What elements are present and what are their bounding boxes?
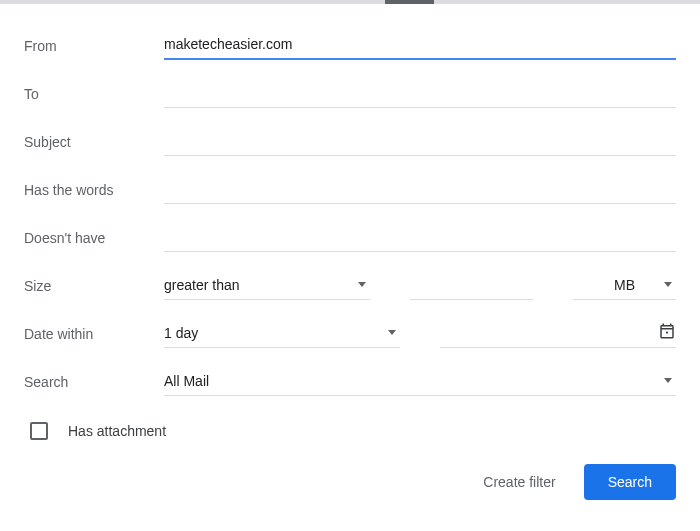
- size-amount-input[interactable]: [410, 273, 533, 300]
- has-attachment-label: Has attachment: [68, 423, 166, 439]
- date-within-select[interactable]: 1 day: [164, 321, 400, 348]
- search-scope-select[interactable]: All Mail: [164, 369, 676, 396]
- has-words-row: Has the words: [24, 166, 676, 214]
- search-scope-value: All Mail: [164, 373, 209, 389]
- date-within-row: Date within 1 day: [24, 310, 676, 358]
- search-filter-panel: From To Subject Has the words Doesn't ha…: [0, 4, 700, 440]
- from-input[interactable]: [164, 32, 676, 60]
- has-attachment-row: Has attachment: [24, 406, 676, 440]
- subject-row: Subject: [24, 118, 676, 166]
- date-picker-field[interactable]: [440, 321, 676, 348]
- chevron-down-icon: [358, 282, 366, 287]
- size-row: Size greater than MB: [24, 262, 676, 310]
- size-unit-select[interactable]: MB: [573, 273, 676, 300]
- has-words-label: Has the words: [24, 182, 164, 198]
- chevron-down-icon: [388, 330, 396, 335]
- subject-input[interactable]: [164, 129, 676, 156]
- chevron-down-icon: [664, 378, 672, 383]
- date-within-value: 1 day: [164, 325, 198, 341]
- size-unit-value: MB: [614, 277, 635, 293]
- search-button[interactable]: Search: [584, 464, 676, 500]
- date-within-label: Date within: [24, 326, 164, 342]
- to-input[interactable]: [164, 81, 676, 108]
- to-row: To: [24, 70, 676, 118]
- from-row: From: [24, 22, 676, 70]
- subject-label: Subject: [24, 134, 164, 150]
- doesnt-have-label: Doesn't have: [24, 230, 164, 246]
- size-operator-value: greater than: [164, 277, 240, 293]
- create-filter-button[interactable]: Create filter: [479, 466, 559, 498]
- doesnt-have-input[interactable]: [164, 225, 676, 252]
- svg-point-0: [666, 331, 668, 333]
- doesnt-have-row: Doesn't have: [24, 214, 676, 262]
- from-label: From: [24, 38, 164, 54]
- search-scope-row: Search All Mail: [24, 358, 676, 406]
- footer: Create filter Search: [0, 440, 700, 520]
- has-words-input[interactable]: [164, 177, 676, 204]
- has-attachment-checkbox[interactable]: [30, 422, 48, 440]
- size-label: Size: [24, 278, 164, 294]
- search-scope-label: Search: [24, 374, 164, 390]
- to-label: To: [24, 86, 164, 102]
- size-operator-select[interactable]: greater than: [164, 273, 370, 300]
- chevron-down-icon: [664, 282, 672, 287]
- calendar-icon: [658, 322, 676, 340]
